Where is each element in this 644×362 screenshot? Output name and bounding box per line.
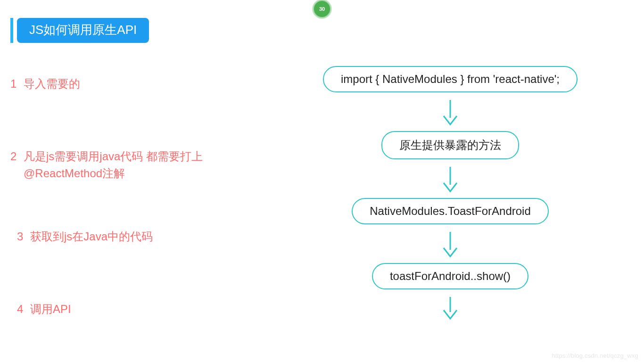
step-number: 2	[10, 148, 24, 182]
flow-node-2: 原生提供暴露的方法	[381, 131, 519, 159]
step-2: 2 凡是js需要调用java代码 都需要打上@ReactMethod注解	[10, 148, 237, 182]
step-text: 凡是js需要调用java代码 都需要打上@ReactMethod注解	[24, 148, 237, 182]
step-text: 调用API	[30, 301, 237, 318]
step-number: 4	[17, 301, 30, 318]
step-number: 1	[10, 75, 24, 92]
step-text: 获取到js在Java中的代码	[30, 228, 237, 245]
step-number: 3	[17, 228, 30, 245]
step-4: 4 调用API	[10, 301, 237, 318]
arrow-down-icon	[441, 166, 460, 193]
flow-node-3: NativeModules.ToastForAndroid	[352, 198, 549, 224]
arrow-down-icon	[441, 231, 460, 258]
flow-node-4: toastForAndroid..show()	[372, 263, 528, 289]
page-number: 30	[319, 6, 325, 12]
arrow-down-icon	[441, 99, 460, 126]
title-block: JS如何调用原生API	[10, 18, 149, 43]
step-3: 3 获取到js在Java中的代码	[10, 228, 237, 245]
flow-node-1: import { NativeModules } from 'react-nat…	[323, 66, 578, 92]
steps-column: 1 导入需要的 2 凡是js需要调用java代码 都需要打上@ReactMeth…	[10, 66, 237, 318]
flow-column: import { NativeModules } from 'react-nat…	[290, 66, 611, 324]
arrow-down-icon	[441, 296, 460, 320]
title-accent-bar	[10, 18, 13, 43]
page-title: JS如何调用原生API	[17, 18, 149, 43]
watermark: https://blog.csdn.net/qczg_wxg	[552, 352, 638, 359]
step-text: 导入需要的	[24, 75, 237, 92]
page-number-badge: 30	[313, 0, 331, 18]
step-1: 1 导入需要的	[10, 75, 237, 92]
